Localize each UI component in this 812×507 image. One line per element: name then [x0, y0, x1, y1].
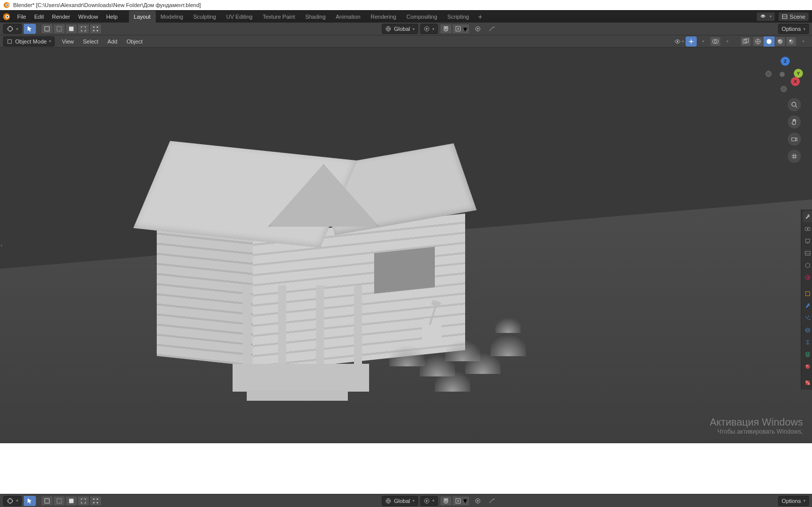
tab-material[interactable]	[803, 361, 812, 372]
shading-material[interactable]	[775, 36, 786, 47]
camera-button[interactable]	[788, 133, 801, 146]
scene-layers-button[interactable]: ▾	[756, 12, 775, 21]
snap-toggle[interactable]	[440, 24, 452, 34]
menu-edit[interactable]: Edit	[30, 11, 48, 23]
mode-dropdown[interactable]: Object Mode ▾	[3, 36, 55, 47]
tab-particles[interactable]	[803, 312, 812, 323]
visibility-dropdown[interactable]: ▾	[673, 36, 685, 47]
tab-shading[interactable]: Shading	[300, 11, 331, 23]
perspective-button[interactable]	[788, 150, 801, 163]
navigation-gizmo[interactable]: Z Y X	[764, 57, 800, 92]
tab-texture[interactable]	[803, 377, 812, 388]
zoom-button[interactable]	[788, 98, 801, 111]
overlays-dropdown[interactable]: ▾	[722, 36, 733, 47]
t-tool-c[interactable]	[65, 496, 77, 506]
timeline-select-tool[interactable]	[24, 496, 36, 506]
pan-button[interactable]	[788, 115, 801, 129]
tab-layout[interactable]: Layout	[129, 11, 156, 23]
tab-sculpting[interactable]: Sculpting	[188, 11, 221, 23]
gizmo-center[interactable]	[780, 72, 785, 77]
tool-a[interactable]	[41, 24, 53, 34]
tool-c[interactable]	[65, 24, 77, 34]
zoom-icon	[791, 101, 798, 108]
tab-rendering[interactable]: Rendering	[366, 11, 401, 23]
tab-scripting[interactable]: Scripting	[442, 11, 474, 23]
sidebar-toggle-left[interactable]: ›	[0, 237, 3, 252]
t-curve[interactable]	[486, 496, 498, 506]
tool-d[interactable]	[77, 24, 89, 34]
select-tool-group	[24, 24, 36, 34]
t-tool-d[interactable]	[77, 496, 89, 506]
viewport-header-2: Object Mode ▾ View Select Add Object ▾ ▾…	[0, 35, 812, 48]
menu-help[interactable]: Help	[102, 11, 122, 23]
t-snap-toggle[interactable]	[440, 496, 452, 506]
scene-selector[interactable]: Scene	[778, 12, 809, 21]
title-bar: Blender* [C:\Users\Alexandr\Downloads\Ne…	[0, 0, 812, 10]
editor-type-dropdown[interactable]: ▾	[3, 24, 22, 34]
menu-add[interactable]: Add	[104, 38, 122, 45]
options-dropdown[interactable]: Options ▾	[778, 24, 809, 34]
axis-neg-z[interactable]	[781, 86, 787, 92]
tab-output[interactable]	[803, 235, 812, 246]
app-menu-button[interactable]	[0, 11, 13, 23]
tab-scene[interactable]	[803, 260, 812, 271]
axis-neg-y[interactable]	[765, 71, 772, 77]
scene-selector-group: ▾ Scene	[756, 12, 809, 21]
timeline-pivot[interactable]: ▾	[420, 496, 438, 506]
tool-b[interactable]	[53, 24, 65, 34]
tab-physics[interactable]	[803, 324, 812, 335]
shading-solid[interactable]	[763, 36, 775, 47]
tab-modifier[interactable]	[803, 300, 812, 311]
timeline-options[interactable]: Options ▾	[778, 496, 809, 506]
mesh-grass-group[interactable]	[389, 311, 531, 387]
shading-rendered[interactable]	[786, 36, 797, 47]
menu-select[interactable]: Select	[79, 38, 103, 45]
tab-data[interactable]	[803, 349, 812, 360]
menu-window[interactable]: Window	[74, 11, 102, 23]
tab-modeling[interactable]: Modeling	[156, 11, 189, 23]
nav-tool-column	[788, 98, 801, 163]
axis-x[interactable]: X	[791, 77, 800, 86]
pivot-dropdown[interactable]: ▾	[420, 24, 438, 34]
menu-render[interactable]: Render	[48, 11, 74, 23]
tab-add[interactable]: +	[474, 11, 486, 23]
tab-world[interactable]	[803, 272, 812, 283]
tab-constraint[interactable]	[803, 336, 812, 348]
proportional-icon	[474, 25, 481, 32]
orientation-dropdown[interactable]: Global ▾	[382, 24, 418, 34]
tab-compositing[interactable]: Compositing	[401, 11, 442, 23]
menu-file[interactable]: File	[13, 11, 30, 23]
t-proportional[interactable]	[472, 496, 484, 506]
t-tool-a[interactable]	[41, 496, 53, 506]
tab-object[interactable]	[803, 288, 812, 299]
blender-logo-icon	[3, 2, 10, 9]
snap-type[interactable]: ▾	[452, 24, 470, 34]
menu-view[interactable]: View	[58, 38, 78, 45]
tab-uv-editing[interactable]: UV Editing	[221, 11, 257, 23]
tool-e[interactable]	[89, 24, 102, 34]
timeline-orientation[interactable]: Global ▾	[382, 496, 418, 506]
tab-tool[interactable]	[803, 211, 812, 222]
3d-viewport[interactable]: › ‹ Z Y X	[0, 48, 812, 443]
gizmo-toggle[interactable]	[686, 36, 697, 47]
menu-object[interactable]: Object	[122, 38, 147, 45]
overlays-toggle[interactable]	[710, 36, 721, 47]
select-box-tool[interactable]	[24, 24, 36, 34]
tab-animation[interactable]: Animation	[331, 11, 366, 23]
gizmo-dropdown[interactable]: ▾	[698, 36, 709, 47]
svg-point-46	[809, 318, 810, 319]
t-tool-b[interactable]	[53, 496, 65, 506]
shading-wireframe[interactable]	[752, 36, 763, 47]
timeline-editor-type[interactable]: ▾	[3, 496, 22, 506]
grid-dot-icon	[455, 25, 462, 32]
t-snap-type[interactable]: ▾	[452, 496, 470, 506]
tab-viewlayer[interactable]	[803, 247, 812, 259]
xray-toggle[interactable]	[740, 36, 751, 47]
shading-dropdown[interactable]: ▾	[798, 36, 809, 47]
tab-texture-paint[interactable]: Texture Paint	[257, 11, 300, 23]
proportional-edit[interactable]	[472, 24, 484, 34]
curve-proportional[interactable]	[486, 24, 498, 34]
t-tool-e[interactable]	[89, 496, 102, 506]
tab-render[interactable]	[803, 223, 812, 234]
axis-z[interactable]: Z	[781, 57, 790, 66]
